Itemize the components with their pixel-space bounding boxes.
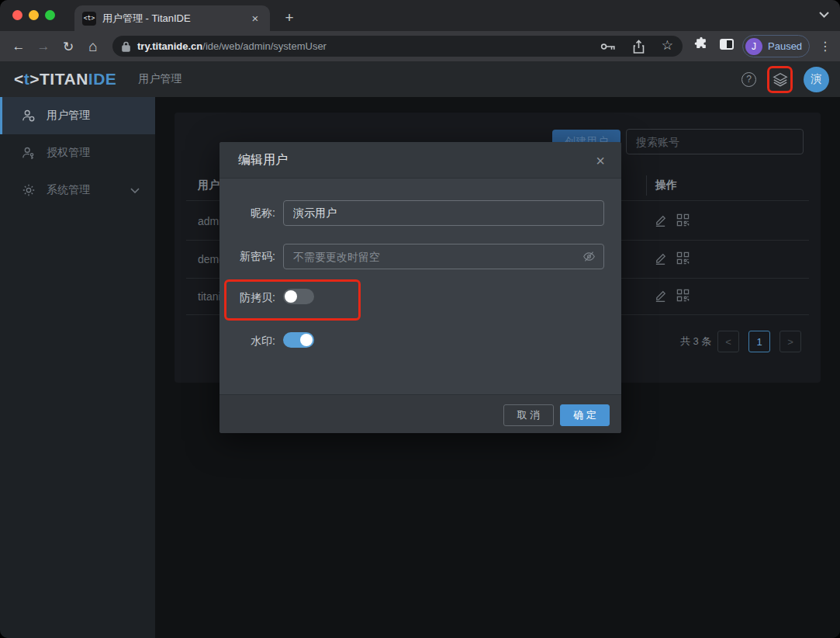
back-button[interactable]: ← bbox=[9, 37, 28, 56]
lock-icon bbox=[122, 41, 130, 52]
url-host: try.titanide.cn bbox=[137, 40, 202, 52]
address-bar[interactable]: try.titanide.cn/ide/web/admin/systemUser… bbox=[112, 36, 683, 57]
user-key-icon bbox=[22, 146, 36, 160]
pagination-prev-button[interactable]: < bbox=[717, 331, 739, 352]
extensions-puzzle-icon[interactable] bbox=[693, 36, 709, 52]
password-input[interactable] bbox=[283, 244, 604, 269]
close-window-button[interactable] bbox=[12, 10, 22, 20]
reload-button[interactable]: ↻ bbox=[59, 37, 78, 56]
cancel-button[interactable]: 取 消 bbox=[503, 404, 554, 426]
url-path: /ide/web/admin/systemUser bbox=[202, 40, 327, 52]
zoom-window-button[interactable] bbox=[45, 10, 55, 20]
minimize-window-button[interactable] bbox=[29, 10, 39, 20]
pagination-total: 共 3 条 bbox=[680, 335, 711, 348]
tab-close-icon[interactable]: × bbox=[248, 12, 262, 26]
pagination-page-1[interactable]: 1 bbox=[748, 331, 770, 352]
nickname-label: 昵称: bbox=[220, 206, 275, 220]
user-icon bbox=[22, 109, 36, 123]
profile-chip[interactable]: J Paused bbox=[742, 35, 810, 57]
titanide-logo: <t>TITANIDE bbox=[14, 70, 116, 88]
browser-menu-icon[interactable]: ⋮ bbox=[816, 36, 835, 55]
dialog-title: 编辑用户 bbox=[238, 152, 288, 168]
password-label: 新密码: bbox=[220, 250, 275, 264]
side-panel-icon[interactable] bbox=[720, 39, 734, 50]
confirm-button[interactable]: 确 定 bbox=[560, 404, 610, 426]
sidebar-item-system[interactable]: 系统管理 bbox=[0, 172, 155, 209]
anticopy-toggle[interactable] bbox=[283, 289, 314, 304]
qrcode-icon[interactable] bbox=[676, 251, 690, 265]
search-input[interactable] bbox=[626, 129, 804, 154]
sidebar-item-users[interactable]: 用户管理 bbox=[0, 97, 155, 134]
sidebar-item-authorization[interactable]: 授权管理 bbox=[0, 134, 155, 172]
dialog-footer: 取 消 确 定 bbox=[220, 394, 621, 433]
eye-off-icon[interactable] bbox=[582, 250, 596, 263]
tab-search-chevron-icon[interactable] bbox=[819, 12, 829, 18]
qrcode-icon[interactable] bbox=[676, 289, 690, 302]
edit-icon[interactable] bbox=[654, 213, 667, 227]
forward-button[interactable]: → bbox=[34, 37, 53, 56]
dialog-header: 编辑用户 × bbox=[220, 142, 621, 179]
gear-icon bbox=[22, 183, 36, 197]
browser-window: <t> 用户管理 - TitanIDE × + ← → ↻ ⌂ try.tita… bbox=[0, 0, 840, 638]
profile-avatar: J bbox=[745, 38, 762, 55]
sidebar-item-label: 授权管理 bbox=[47, 146, 90, 160]
anticopy-label: 防拷贝: bbox=[220, 291, 275, 305]
titlebar: <t> 用户管理 - TitanIDE × + bbox=[0, 0, 840, 31]
sidebar-item-label: 系统管理 bbox=[47, 183, 90, 197]
qrcode-icon[interactable] bbox=[676, 213, 690, 227]
edit-icon[interactable] bbox=[654, 251, 667, 265]
edit-icon[interactable] bbox=[654, 289, 667, 302]
app-header: <t>TITANIDE 用户管理 ? 演 bbox=[0, 61, 840, 97]
share-icon[interactable] bbox=[633, 40, 645, 54]
help-icon[interactable]: ? bbox=[741, 72, 756, 87]
edit-user-dialog: 编辑用户 × 昵称: 新密码: 防拷贝: 水印: 取 消 确 定 bbox=[220, 142, 621, 433]
highlight-box-layers bbox=[767, 66, 793, 93]
dialog-close-icon[interactable]: × bbox=[592, 152, 609, 169]
traffic-lights bbox=[12, 10, 55, 20]
new-tab-button[interactable]: + bbox=[279, 8, 299, 28]
watermark-toggle[interactable] bbox=[283, 332, 314, 348]
home-button[interactable]: ⌂ bbox=[84, 37, 102, 56]
layers-icon[interactable] bbox=[773, 71, 788, 87]
watermark-label: 水印: bbox=[220, 335, 275, 348]
browser-tab[interactable]: <t> 用户管理 - TitanIDE × bbox=[74, 5, 270, 31]
nickname-input[interactable] bbox=[283, 200, 604, 226]
tab-title: 用户管理 - TitanIDE bbox=[102, 12, 248, 26]
user-avatar[interactable]: 演 bbox=[804, 67, 829, 92]
profile-status: Paused bbox=[768, 40, 802, 52]
page-title: 用户管理 bbox=[138, 72, 181, 86]
pagination-next-button[interactable]: > bbox=[780, 331, 801, 352]
sidebar-item-label: 用户管理 bbox=[47, 109, 90, 123]
favicon-icon: <t> bbox=[82, 12, 96, 26]
bookmark-star-icon[interactable]: ☆ bbox=[662, 37, 673, 54]
sidebar: 用户管理 授权管理 系统管理 bbox=[0, 97, 155, 638]
password-key-icon[interactable] bbox=[600, 41, 616, 52]
chevron-down-icon bbox=[130, 188, 140, 193]
column-header-actions: 操作 bbox=[655, 179, 677, 192]
